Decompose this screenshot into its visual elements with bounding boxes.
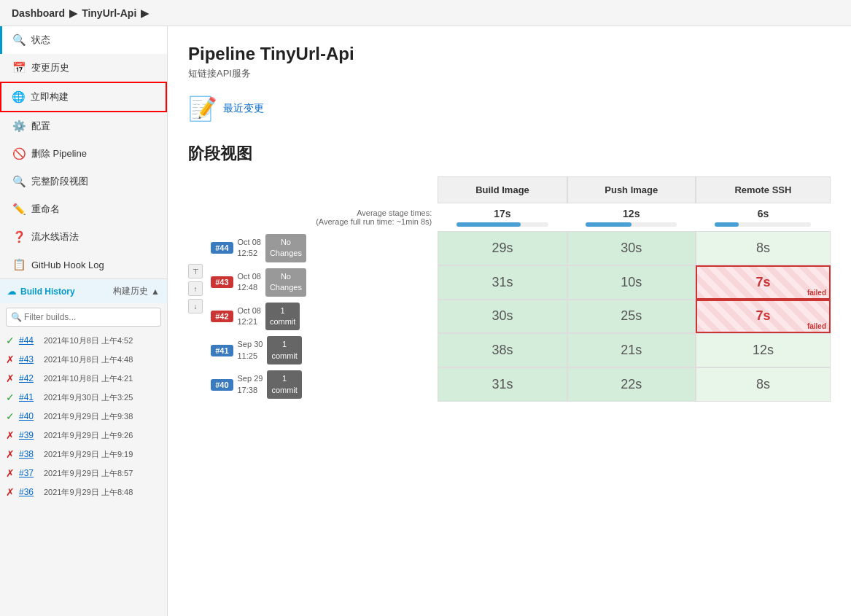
recent-changes-link[interactable]: 最近变更 — [223, 102, 264, 115]
breadcrumb-dashboard[interactable]: Dashboard — [12, 7, 65, 19]
sidebar-item-delete[interactable]: 🚫 删除 Pipeline — [0, 140, 167, 168]
changes-badge-41: 1 commit — [267, 336, 301, 364]
build-date-40: 2021年9月29日 上午9:38 — [44, 411, 133, 422]
stage-cell-44-push[interactable]: 30s — [567, 231, 696, 265]
build-date-39: 2021年9月29日 上午9:26 — [44, 430, 133, 441]
filter-input-container: 🔍 — [6, 308, 161, 327]
empty-header — [208, 176, 438, 203]
stage-view-container: ⊤ ↑ ↓ Build Image Push Image Remote SSH … — [188, 176, 831, 402]
scroll-up-top-button[interactable]: ⊤ — [188, 264, 203, 278]
breadcrumb-sep2: ▶ — [141, 7, 149, 19]
build-history-title-left: ☁ Build History — [7, 286, 75, 297]
avg-bar-fill-remote-ssh — [715, 222, 739, 227]
list-item[interactable]: ✓ #40 2021年9月29日 上午9:38 — [0, 407, 167, 426]
stage-cell-43-build[interactable]: 31s — [438, 265, 567, 300]
build-date-time-41: Sep 30 11:25 — [238, 339, 263, 362]
build-history-section: ☁ Build History 构建历史 ▲ 🔍 ✓ #44 2021年 — [0, 278, 167, 502]
list-item[interactable]: ✓ #44 2021年10月8日 上午4:52 — [0, 331, 167, 350]
stage-cell-44-build[interactable]: 29s — [438, 231, 567, 265]
build-badge-44[interactable]: #44 — [211, 242, 233, 254]
build-info-43: #43 Oct 08 12:48 No Changes — [208, 265, 438, 300]
build-history-header[interactable]: ☁ Build History 构建历史 ▲ — [0, 279, 167, 303]
build-history-title: Build History — [20, 286, 75, 297]
stage-cell-40-build[interactable]: 31s — [438, 367, 567, 402]
build-num-40[interactable]: #40 — [19, 411, 39, 421]
sidebar-label-status: 状态 — [31, 34, 50, 47]
list-item[interactable]: ✗ #42 2021年10月8日 上午4:21 — [0, 369, 167, 388]
build-num-42[interactable]: #42 — [19, 373, 39, 383]
sidebar-item-change-history[interactable]: 📅 变更历史 — [0, 54, 167, 82]
avg-bar-push-image — [586, 222, 677, 227]
list-item[interactable]: ✗ #43 2021年10月8日 上午4:48 — [0, 350, 167, 369]
build-list: ✓ #44 2021年10月8日 上午4:52 ✗ #43 2021年10月8日… — [0, 331, 167, 502]
list-item[interactable]: ✗ #39 2021年9月29日 上午9:26 — [0, 426, 167, 445]
build-date-36: 2021年9月29日 上午8:48 — [44, 487, 133, 498]
build-date-time-43: Oct 08 12:48 — [238, 271, 261, 294]
sidebar-item-pipeline-syntax[interactable]: ❓ 流水线语法 — [0, 223, 167, 251]
build-num-43[interactable]: #43 — [19, 354, 39, 364]
list-item[interactable]: ✗ #38 2021年9月29日 上午9:19 — [0, 445, 167, 464]
stage-cell-41-ssh[interactable]: 12s — [696, 333, 831, 367]
changes-badge-44: No Changes — [265, 234, 306, 262]
sidebar-label-delete: 删除 Pipeline — [31, 147, 87, 160]
sidebar-item-rename[interactable]: ✏️ 重命名 — [0, 195, 167, 223]
table-row: #42 Oct 08 12:21 1 commit 30s 25s 7 — [208, 300, 831, 334]
build-num-44[interactable]: #44 — [19, 335, 39, 346]
list-item[interactable]: ✓ #41 2021年9月30日 上午3:25 — [0, 388, 167, 407]
sidebar-item-full-stage[interactable]: 🔍 完整阶段视图 — [0, 168, 167, 195]
stage-view-title: 阶段视图 — [188, 143, 831, 165]
build-num-37[interactable]: #37 — [19, 468, 39, 478]
filter-builds-input[interactable] — [6, 308, 161, 327]
build-num-36[interactable]: #36 — [19, 487, 39, 497]
stage-cell-40-ssh[interactable]: 8s — [696, 367, 831, 402]
sidebar-item-build-now[interactable]: 🌐 立即构建 — [0, 82, 167, 112]
avg-build-image: 17s — [438, 203, 567, 231]
build-date-time-44: Oct 08 12:52 — [238, 237, 261, 260]
status-success-icon: ✓ — [6, 391, 15, 403]
sidebar-item-config[interactable]: ⚙️ 配置 — [0, 112, 167, 140]
stage-cell-43-push[interactable]: 10s — [567, 265, 696, 300]
build-badge-41[interactable]: #41 — [211, 345, 233, 356]
collapse-icon: ▲ — [151, 286, 160, 297]
scroll-buttons-column: ⊤ ↑ ↓ — [188, 176, 208, 402]
build-badge-42[interactable]: #42 — [211, 311, 233, 322]
avg-bar-fill-build-image — [456, 222, 521, 227]
globe-icon: 🌐 — [12, 90, 25, 104]
changes-badge-43: No Changes — [265, 268, 306, 297]
list-item[interactable]: ✗ #36 2021年9月29日 上午8:48 — [0, 483, 167, 502]
sidebar-item-github-hook[interactable]: 📋 GitHub Hook Log — [0, 251, 167, 278]
stage-cell-44-ssh[interactable]: 8s — [696, 231, 831, 265]
sidebar-item-status[interactable]: 🔍 状态 — [0, 26, 167, 54]
stage-header-remote-ssh: Remote SSH — [696, 176, 831, 203]
avg-push-image: 12s — [567, 203, 696, 231]
failed-label-42: failed — [807, 322, 826, 330]
stage-cell-42-ssh[interactable]: 7s failed — [696, 300, 831, 334]
stage-cell-42-build[interactable]: 30s — [438, 300, 567, 334]
build-badge-40[interactable]: #40 — [211, 379, 233, 391]
build-num-38[interactable]: #38 — [19, 449, 39, 459]
scroll-down-button[interactable]: ↓ — [188, 299, 203, 313]
scroll-up-button[interactable]: ↑ — [188, 281, 203, 296]
build-num-39[interactable]: #39 — [19, 430, 39, 440]
stage-cell-40-push[interactable]: 22s — [567, 367, 696, 402]
build-info-40: #40 Sep 29 17:38 1 commit — [208, 367, 438, 402]
build-date-42: 2021年10月8日 上午4:21 — [44, 373, 133, 384]
delete-icon: 🚫 — [12, 147, 26, 160]
status-failed-icon: ✗ — [6, 373, 15, 384]
avg-bar-remote-ssh — [715, 222, 811, 227]
breadcrumb-pipeline[interactable]: TinyUrl-Api — [82, 7, 136, 19]
build-info-44: #44 Oct 08 12:52 No Changes — [208, 231, 438, 265]
list-item[interactable]: ✗ #37 2021年9月29日 上午8:57 — [0, 464, 167, 483]
stage-cell-43-ssh[interactable]: 7s failed — [696, 265, 831, 300]
stage-cell-42-push[interactable]: 25s — [567, 300, 696, 334]
avg-bar-build-image — [456, 222, 548, 227]
stage-cell-41-build[interactable]: 38s — [438, 333, 567, 367]
status-failed-icon: ✗ — [6, 448, 15, 460]
build-date-44: 2021年10月8日 上午4:52 — [44, 335, 133, 346]
changes-badge-42: 1 commit — [265, 303, 300, 331]
build-badge-43[interactable]: #43 — [211, 276, 233, 288]
filter-input-wrap: 🔍 — [0, 303, 167, 331]
build-num-41[interactable]: #41 — [19, 392, 39, 402]
stage-cell-41-push[interactable]: 21s — [567, 333, 696, 367]
stage-header-build-image: Build Image — [438, 176, 567, 203]
